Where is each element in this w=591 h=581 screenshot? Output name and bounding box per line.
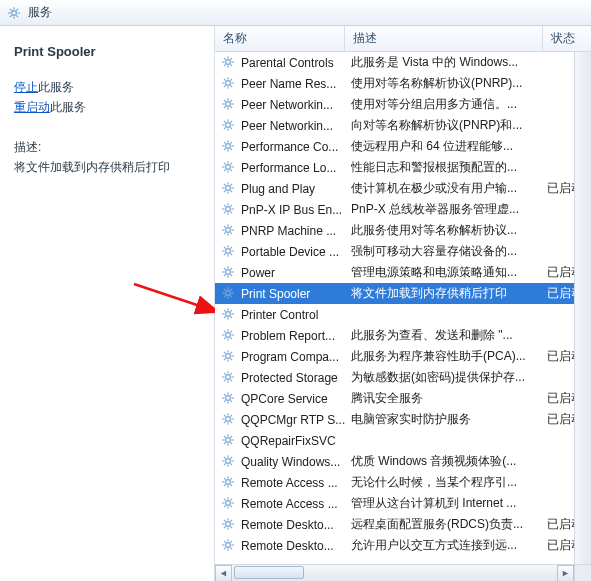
svg-line-118 (230, 288, 232, 290)
service-description: 将文件加载到内存供稍后打印 (351, 285, 547, 302)
scroll-thumb[interactable] (234, 566, 304, 579)
service-row[interactable]: Peer Networkin...向对等名称解析协议(PNRP)和... (215, 115, 591, 136)
svg-line-71 (230, 190, 232, 192)
service-row[interactable]: PnP-X IP Bus En...PnP-X 总线枚举器服务管理虚... (215, 199, 591, 220)
svg-line-144 (224, 358, 226, 360)
svg-line-97 (224, 246, 226, 248)
header-status[interactable]: 状态 (543, 26, 591, 51)
service-row[interactable]: Peer Networkin...使用对等分组启用多方通信。... (215, 94, 591, 115)
svg-line-126 (224, 316, 226, 318)
svg-line-82 (230, 204, 232, 206)
service-description: 使用对等分组启用多方通信。... (351, 96, 547, 113)
vertical-scrollbar[interactable] (574, 52, 591, 564)
svg-line-226 (230, 540, 232, 542)
svg-line-169 (224, 414, 226, 416)
service-row[interactable]: PNRP Machine ...此服务使用对等名称解析协议... (215, 220, 591, 241)
svg-line-91 (230, 225, 232, 227)
stop-service-link[interactable]: 停止 (14, 80, 38, 94)
service-row[interactable]: Quality Windows...优质 Windows 音频视频体验(... (215, 451, 591, 472)
svg-line-63 (224, 169, 226, 171)
service-description: 向对等名称解析协议(PNRP)和... (351, 117, 547, 134)
gear-icon (221, 202, 237, 218)
service-name: Program Compa... (241, 350, 351, 364)
gear-icon (221, 160, 237, 176)
svg-line-107 (230, 274, 232, 276)
service-name: Portable Device ... (241, 245, 351, 259)
svg-line-124 (224, 309, 226, 311)
service-row[interactable]: Plug and Play使计算机在极少或没有用户输...已启动 (215, 178, 591, 199)
service-name: QQRepairFixSVC (241, 434, 351, 448)
service-name: Peer Name Res... (241, 77, 351, 91)
service-name: Problem Report... (241, 329, 351, 343)
svg-line-25 (224, 78, 226, 80)
svg-line-36 (224, 106, 226, 108)
service-row[interactable]: QQPCMgr RTP S...电脑管家实时防护服务已启动 (215, 409, 591, 430)
service-row[interactable]: Performance Lo...性能日志和警报根据预配置的... (215, 157, 591, 178)
service-row[interactable]: Portable Device ...强制可移动大容量存储设备的... (215, 241, 591, 262)
service-row[interactable]: Print Spooler将文件加载到内存供稍后打印已启动 (215, 283, 591, 304)
svg-line-37 (230, 99, 232, 101)
svg-line-214 (224, 519, 226, 521)
svg-line-19 (230, 57, 232, 59)
gear-icon (221, 538, 237, 554)
service-row[interactable]: Peer Name Res...使用对等名称解析协议(PNRP)... (215, 73, 591, 94)
restart-suffix: 此服务 (50, 100, 86, 114)
header-description[interactable]: 描述 (345, 26, 543, 51)
gear-icon (221, 223, 237, 239)
gear-icon (221, 181, 237, 197)
svg-line-215 (230, 526, 232, 528)
restart-service-link[interactable]: 重启动 (14, 100, 50, 114)
service-list[interactable]: Parental Controls此服务是 Vista 中的 Windows..… (215, 52, 591, 563)
gear-icon (221, 370, 237, 386)
service-name: Print Spooler (241, 287, 351, 301)
description-label: 描述: (14, 139, 202, 156)
service-name: PNRP Machine ... (241, 224, 351, 238)
service-name: Remote Access ... (241, 476, 351, 490)
service-row[interactable]: Remote Deskto...远程桌面配置服务(RDCS)负责...已启动 (215, 514, 591, 535)
svg-point-173 (226, 437, 231, 442)
service-row[interactable]: Protected Storage为敏感数据(如密码)提供保护存... (215, 367, 591, 388)
svg-line-52 (224, 141, 226, 143)
header-name[interactable]: 名称 (215, 26, 345, 51)
horizontal-scrollbar[interactable]: ◄ ► (215, 564, 574, 581)
svg-point-182 (226, 458, 231, 463)
service-name: PnP-X IP Bus En... (241, 203, 351, 217)
svg-line-45 (224, 127, 226, 129)
gear-icon (221, 286, 237, 302)
gear-icon (221, 307, 237, 323)
service-description: 腾讯安全服务 (351, 390, 547, 407)
svg-point-191 (226, 479, 231, 484)
scroll-right-button[interactable]: ► (557, 565, 574, 582)
gear-icon (221, 433, 237, 449)
gear-icon (221, 328, 237, 344)
svg-line-127 (230, 309, 232, 311)
svg-point-155 (226, 395, 231, 400)
gear-icon (221, 349, 237, 365)
service-row[interactable]: Remote Deskto...允许用户以交互方式连接到远...已启动 (215, 535, 591, 556)
service-row[interactable]: Power管理电源策略和电源策略通知...已启动 (215, 262, 591, 283)
svg-line-117 (224, 295, 226, 297)
svg-line-208 (230, 498, 232, 500)
svg-line-152 (230, 379, 232, 381)
service-description: 管理从这台计算机到 Internet ... (351, 495, 547, 512)
service-row[interactable]: QQRepairFixSVC (215, 430, 591, 451)
services-icon (6, 5, 22, 21)
service-row[interactable]: Remote Access ...无论什么时候，当某个程序引... (215, 472, 591, 493)
service-row[interactable]: QPCore Service腾讯安全服务已启动 (215, 388, 591, 409)
svg-line-181 (230, 435, 232, 437)
svg-point-164 (226, 416, 231, 421)
service-row[interactable]: Printer Control (215, 304, 591, 325)
svg-line-44 (230, 127, 232, 129)
scroll-left-button[interactable]: ◄ (215, 565, 232, 582)
service-row[interactable]: Parental Controls此服务是 Vista 中的 Windows..… (215, 52, 591, 73)
svg-line-206 (230, 505, 232, 507)
scroll-track[interactable] (232, 565, 557, 581)
svg-line-125 (230, 316, 232, 318)
service-row[interactable]: Problem Report...此服务为查看、发送和删除 "... (215, 325, 591, 346)
svg-point-11 (226, 59, 231, 64)
svg-line-70 (224, 183, 226, 185)
gear-icon (221, 118, 237, 134)
service-row[interactable]: Performance Co...使远程用户和 64 位进程能够... (215, 136, 591, 157)
service-row[interactable]: Remote Access ...管理从这台计算机到 Internet ... (215, 493, 591, 514)
service-row[interactable]: Program Compa...此服务为程序兼容性助手(PCA)...已启动 (215, 346, 591, 367)
